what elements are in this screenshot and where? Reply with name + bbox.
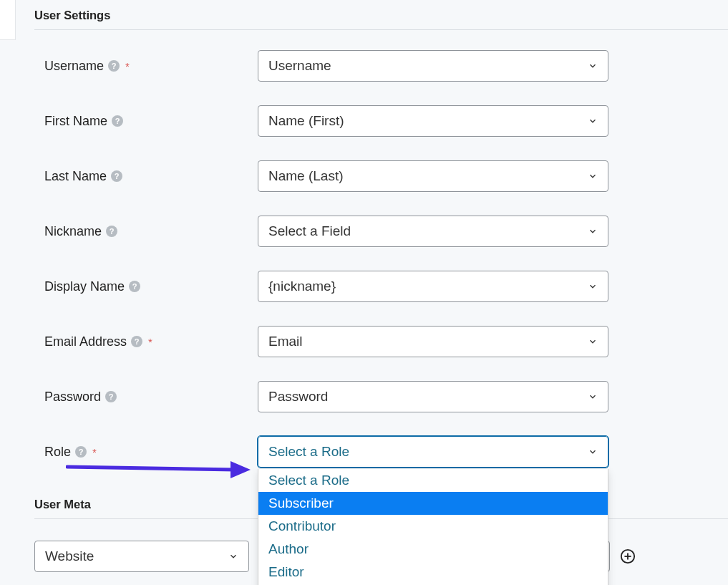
row-email: Email Address ? * Email [34, 326, 728, 357]
add-meta-button[interactable] [620, 548, 636, 564]
label-role: Role [44, 445, 71, 460]
row-role: Role ? * Select a Role Select a Role Sub… [34, 436, 728, 468]
meta-select-left[interactable]: Website [34, 541, 249, 572]
role-option[interactable]: Contributor [258, 515, 608, 538]
select-value: Select a Role [268, 444, 588, 460]
label-password: Password [44, 390, 101, 405]
chevron-down-icon [588, 171, 598, 181]
chevron-down-icon [588, 116, 598, 126]
help-icon[interactable]: ? [108, 60, 120, 72]
label-last-name: Last Name [44, 169, 107, 184]
left-panel-edge [0, 0, 16, 40]
row-first-name: First Name ? Name (First) [34, 105, 728, 137]
section-divider [34, 29, 728, 30]
label-wrap: Nickname ? [34, 224, 258, 239]
chevron-down-icon [588, 61, 598, 71]
row-last-name: Last Name ? Name (Last) [34, 160, 728, 192]
main-container: User Settings Username ? * Username Firs… [0, 0, 728, 572]
role-option[interactable]: Editor [258, 561, 608, 584]
required-marker: * [92, 446, 97, 458]
row-display-name: Display Name ? {nickname} [34, 271, 728, 302]
label-wrap: First Name ? [34, 114, 258, 129]
chevron-down-icon [588, 337, 598, 347]
select-value: Name (First) [268, 113, 588, 129]
select-value: Username [268, 58, 588, 74]
select-email[interactable]: Email [258, 326, 608, 357]
label-username: Username [44, 59, 104, 74]
select-value: Website [45, 548, 228, 564]
select-username[interactable]: Username [258, 50, 608, 82]
row-username: Username ? * Username [34, 50, 728, 82]
chevron-down-icon [588, 447, 598, 457]
chevron-down-icon [588, 226, 598, 236]
role-option[interactable]: Subscriber [258, 492, 608, 515]
help-icon[interactable]: ? [106, 226, 117, 237]
select-value: Email [268, 334, 588, 349]
chevron-down-icon [228, 551, 238, 561]
required-marker: * [148, 336, 152, 348]
label-email: Email Address [44, 334, 127, 349]
required-marker: * [125, 60, 130, 72]
help-icon[interactable]: ? [131, 336, 142, 347]
select-last-name[interactable]: Name (Last) [258, 160, 608, 192]
select-password[interactable]: Password [258, 381, 608, 412]
help-icon[interactable]: ? [129, 281, 140, 292]
select-nickname[interactable]: Select a Field [258, 216, 608, 247]
select-role[interactable]: Select a Role Select a Role Subscriber C… [258, 436, 608, 468]
select-value: {nickname} [268, 279, 588, 294]
label-wrap: Email Address ? * [34, 334, 258, 349]
help-icon[interactable]: ? [105, 391, 117, 402]
role-option[interactable]: Author [258, 538, 608, 561]
role-dropdown: Select a Role Subscriber Contributor Aut… [258, 469, 608, 585]
row-nickname: Nickname ? Select a Field [34, 216, 728, 247]
chevron-down-icon [588, 392, 598, 402]
select-first-name[interactable]: Name (First) [258, 105, 608, 137]
chevron-down-icon [588, 281, 598, 291]
help-icon[interactable]: ? [112, 115, 123, 127]
help-icon[interactable]: ? [111, 170, 122, 182]
label-wrap: Password ? [34, 390, 258, 405]
help-icon[interactable]: ? [75, 446, 87, 458]
role-option[interactable]: Select a Role [258, 469, 608, 492]
select-display-name[interactable]: {nickname} [258, 271, 608, 302]
select-value: Name (Last) [268, 168, 588, 184]
label-wrap: Username ? * [34, 59, 258, 74]
row-password: Password ? Password [34, 381, 728, 412]
select-value: Password [268, 389, 588, 405]
label-wrap: Last Name ? [34, 169, 258, 184]
section-title-user-settings: User Settings [34, 0, 728, 29]
label-nickname: Nickname [44, 224, 102, 239]
label-wrap: Role ? * [34, 445, 258, 460]
label-display-name: Display Name [44, 279, 125, 294]
select-value: Select a Field [268, 223, 588, 239]
label-first-name: First Name [44, 114, 107, 129]
label-wrap: Display Name ? [34, 279, 258, 294]
